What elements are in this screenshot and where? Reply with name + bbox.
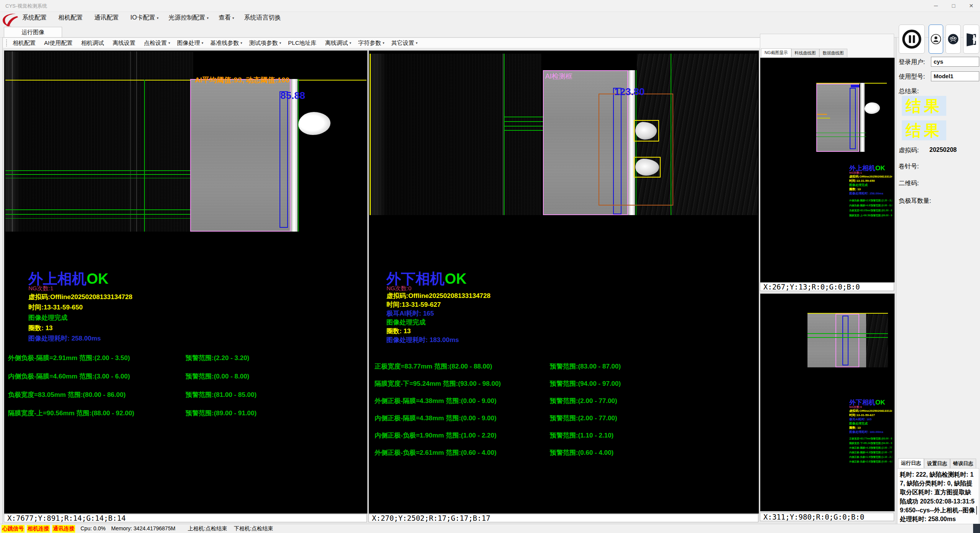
toolbar-item[interactable]: AI使用配置 <box>44 39 74 47</box>
log-text-cursor <box>976 506 977 515</box>
mini-measurement-warning: 预警范围:(2.00 - 77.00) <box>871 446 892 451</box>
measurement-row: 外侧正极-隔膜=4.38mm 范围:(0.00 - 9.00) 预警范围:(2.… <box>375 396 754 414</box>
toolbar-item[interactable]: 相机配置 <box>13 39 37 47</box>
toolbar-item[interactable]: PLC地址库 <box>288 39 318 47</box>
measurement-value: 内侧正极-负极=1.90mm 范围:(1.00 - 2.20) <box>375 431 497 440</box>
tab-error-log[interactable]: 错误日志 <box>950 459 976 468</box>
measurement-row: 外侧负极-隔膜=2.91mm 范围:(2.00 - 3.50) 预警范围:(2.… <box>8 354 363 372</box>
maximize-button[interactable]: □ <box>945 0 962 12</box>
menu-item[interactable]: 查看▾ <box>219 14 234 22</box>
pause-button[interactable] <box>899 25 925 54</box>
measurement-value: 内侧负极-隔膜=4.60mm 范围:(3.00 - 6.00) <box>8 372 130 381</box>
measurement-warning: 预警范围:(2.20 - 3.20) <box>186 354 249 362</box>
minimize-button[interactable]: ─ <box>927 0 945 12</box>
statusbar-corner-box <box>973 524 980 533</box>
measurement-warning: 预警范围:(0.00 - 8.00) <box>186 372 249 381</box>
tab-material-curve[interactable]: 料线曲线图 <box>791 49 819 57</box>
ng-screenshot-panel-lower[interactable]: 外下相机OK NG次数:0 虚拟码:Offline202502081331347… <box>760 293 895 512</box>
tab-run-log[interactable]: 运行日志 <box>898 458 924 468</box>
measurement-row: 隔膜宽度-下=95.24mm 范围:(93.00 - 98.00) 预警范围:(… <box>375 379 754 396</box>
lower-measurements: 正极宽度=83.77mm 范围:(82.00 - 88.00) 预警范围:(83… <box>375 362 754 466</box>
mini-loop-count: 圈数: 13 <box>849 426 861 430</box>
mini-virtual-code: 虚拟码:Offline20250208133134728 <box>849 174 892 179</box>
chevron-down-icon: ▾ <box>157 16 159 20</box>
mini-process-done: 图像处理完成 <box>849 183 868 187</box>
toolbar-item[interactable]: 相机调试 <box>81 39 105 47</box>
menu-item[interactable]: 系统配置 <box>22 14 48 22</box>
toolbar-item[interactable]: 其它设置▾ <box>391 39 418 47</box>
menu-item[interactable]: 系统语言切换 <box>244 14 282 22</box>
mini-measurement-row: 外侧负极-隔膜=2.91mm 范围:(2.00 - 3.50) 预警范围:(2.… <box>849 199 892 204</box>
reference-line-yellow <box>5 80 367 81</box>
mini-measurement-row: 内侧正极-隔膜=4.38mm 范围:(0.00 - 9.00) 预警范围:(2.… <box>849 451 892 456</box>
measurement-row: 内侧正极-隔膜=4.38mm 范围:(0.00 - 9.00) 预警范围:(2.… <box>375 414 754 431</box>
mini-measurement-value: 正极宽度=83.77mm 范围:(82.00 - 88.00) <box>849 437 871 442</box>
login-user-field[interactable]: cys <box>931 57 979 67</box>
model-field[interactable]: Model1 <box>931 71 979 81</box>
mini-width-box <box>842 316 848 365</box>
user-login-button[interactable] <box>929 25 943 54</box>
time-text: 时间:13-31-59-650 <box>28 303 83 312</box>
tab-settings-log[interactable]: 设置日志 <box>924 459 950 468</box>
toolbar-item[interactable]: 点检设置▾ <box>144 39 170 47</box>
heartbeat-status-badge: 心跳信号 <box>2 525 25 533</box>
tab-ng-screenshot[interactable]: NG截图显示 <box>761 48 791 57</box>
log-content[interactable]: 耗时: 222, 缺陷检测耗时: 17, 缺陷分类耗时: 0, 缺陷提取分区耗时… <box>897 468 979 533</box>
exit-button[interactable] <box>963 25 979 54</box>
loop-count-text: 圈数: 13 <box>28 324 53 332</box>
tab-run-image[interactable]: 运行图像 <box>4 27 62 38</box>
ng-screenshot-panel-upper[interactable]: 外上相机OK NG次数:1 虚拟码:Offline202502081331347… <box>760 58 895 283</box>
mini-measurement-row: 隔膜宽度-下=95.24mm 范围:(93.00 - 98.00) 预警范围:(… <box>849 442 892 446</box>
mini-measurement-value: 隔膜宽度-上=90.56mm 范围:(88.00 - 92.00) <box>849 214 871 219</box>
mini-measurement-value: 内侧正极-负极=1.90mm 范围:(1.00 - 2.20) <box>849 456 871 460</box>
lower-camera-panel[interactable]: AI检测框 123.80 外下相机OK NG次数:0 虚拟码:Offline20… <box>368 50 759 514</box>
process-time-text: 图像处理耗时: 258.00ms <box>28 334 101 343</box>
measure-line-green <box>5 170 192 171</box>
user-icon <box>930 33 942 45</box>
window-controls: ─ □ ✕ <box>927 0 980 12</box>
mini-measurement-row: 外侧正极-负极=2.61mm 范围:(0.60 - 4.00) 预警范围:(0.… <box>849 460 892 465</box>
mini-time: 时间:13-31-59-650 <box>849 179 875 183</box>
menu-item[interactable]: IO卡配置▾ <box>130 14 158 22</box>
log-tabstrip: 运行日志 设置日志 错误日志 <box>898 459 976 468</box>
mini-measurement-value: 内侧正极-隔膜=4.38mm 范围:(0.00 - 9.00) <box>849 451 871 456</box>
user-management-button[interactable] <box>945 25 961 54</box>
toolbar-item[interactable]: 离线设置 <box>112 39 137 47</box>
mini-measurement-row: 外侧正极-隔膜=4.38mm 范围:(0.00 - 9.00) 预警范围:(2.… <box>849 446 892 451</box>
mini-process-time: 图像处理耗时: 258.00ms <box>849 191 883 196</box>
tab-ai-time-text: 极耳AI耗时: 165 <box>386 309 434 318</box>
toolbar-item[interactable]: 基准线参数▾ <box>210 39 242 47</box>
measurement-value: 外侧负极-隔膜=2.91mm 范围:(2.00 - 3.50) <box>8 354 130 362</box>
virtual-code-text: 虚拟码:Offline20250208133134728 <box>28 293 132 301</box>
toolbar-item[interactable]: 字符参数▾ <box>358 39 385 47</box>
process-done-text: 图像处理完成 <box>28 313 67 322</box>
chevron-down-icon: ▾ <box>240 41 242 45</box>
measurement-row: 内侧正极-负极=1.90mm 范围:(1.00 - 2.20) 预警范围:(1.… <box>375 431 754 448</box>
toolbar-item[interactable]: 离线调试▾ <box>325 39 352 47</box>
upper-camera-status-text: 上相机:点检结束 <box>188 525 227 532</box>
result-indicator-lower: 结果 <box>902 120 946 140</box>
menu-item[interactable]: 相机配置 <box>58 14 84 22</box>
winding-pin-label: 卷针号: <box>899 163 919 171</box>
tab-data-curve[interactable]: 数据曲线图 <box>819 49 847 57</box>
mini-measurement-value: 外侧负极-隔膜=2.91mm 范围:(2.00 - 3.50) <box>849 199 871 204</box>
mini-measurement-warning: 预警范围:(81.00 - 85.00) <box>871 209 892 214</box>
close-button[interactable]: ✕ <box>962 0 980 12</box>
measurement-value: 隔膜宽度-上=90.56mm 范围:(88.00 - 92.00) <box>8 409 134 418</box>
mini-measurement-warning: 预警范围:(89.00 - 91.00) <box>871 214 892 219</box>
toolbar-item[interactable]: 图像处理▾ <box>177 39 204 47</box>
result-indicator-upper: 结果 <box>902 96 946 116</box>
measure-line-green <box>5 218 192 219</box>
mini-tab-ai-time: 极耳AI耗时: 165 <box>849 417 871 421</box>
menu-item[interactable]: 光源控制配置▾ <box>168 14 209 22</box>
lower-coordinate-bar: X:270;Y:2502;R:17;G:17;B:17 <box>368 514 758 522</box>
reference-line-yellow <box>370 54 371 215</box>
film-edge-line <box>136 51 137 232</box>
toolbar-drag-handle-icon[interactable] <box>6 39 8 46</box>
pause-icon <box>901 28 922 50</box>
left-camera-panel[interactable]: AI平均阈值:93, 动态阈值:100 85.88 外上相机OK NG次数:1 … <box>4 50 368 514</box>
mini-measurement-value: 内侧负极-隔膜=4.60mm 范围:(3.00 - 6.00) <box>849 204 871 209</box>
toolbar-item[interactable]: 测试项参数▾ <box>249 39 281 47</box>
menu-item[interactable]: 通讯配置 <box>94 14 120 22</box>
membrane-edge-strip <box>291 79 298 232</box>
